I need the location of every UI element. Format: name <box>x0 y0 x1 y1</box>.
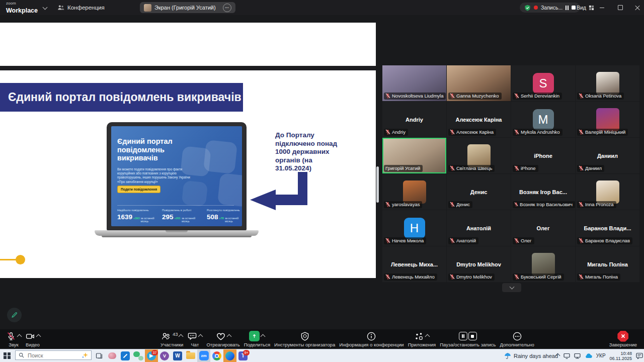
display-icon[interactable] <box>564 353 570 359</box>
language-indicator[interactable]: УКР <box>596 353 606 358</box>
toolbar-share[interactable]: Поделиться <box>242 331 272 347</box>
gallery-more-button[interactable] <box>502 283 521 292</box>
participant-tile[interactable]: Алексеюк КарінаАлексеюк Каріна <box>447 102 511 137</box>
participant-tile[interactable]: Возняк Ігор Вас...Возняк Ігор Васильович <box>511 174 575 210</box>
close-button[interactable] <box>629 0 644 15</box>
toolbar-leave[interactable]: Завершение <box>607 331 639 347</box>
pause-recording-icon[interactable] <box>566 6 569 10</box>
toolbar-more[interactable]: Дополнительно <box>498 331 536 347</box>
taskbar-snipping[interactable] <box>119 349 132 362</box>
participant-tile[interactable]: Dmytro MelikhovDmytro Melikhov <box>447 246 511 282</box>
participant-tile[interactable]: SSerhii Dereviankin <box>511 65 575 101</box>
participant-label: iPhone <box>513 165 538 172</box>
chevron-up-icon[interactable] <box>198 334 203 339</box>
toolbar-chat[interactable]: Чат <box>185 331 204 347</box>
participant-tile[interactable]: ДаниилДаниил <box>576 138 639 173</box>
chevron-up-icon[interactable] <box>179 334 184 339</box>
taskbar-weather[interactable]: Rainy days ahead <box>504 349 558 362</box>
start-button[interactable] <box>0 349 14 362</box>
notification-center-icon[interactable] <box>636 352 643 359</box>
network-icon[interactable] <box>574 353 581 359</box>
toolbar-host-tools[interactable]: Инструменты организатора <box>272 331 337 347</box>
chevron-up-icon[interactable] <box>261 334 266 339</box>
toolbar-record[interactable]: Пауза/остановить запись <box>438 331 498 347</box>
taskbar-wechat[interactable] <box>132 349 145 362</box>
participant-tile[interactable]: AndriyAndriy <box>382 102 446 137</box>
taskbar-telegram[interactable]: 37 <box>145 349 158 362</box>
participant-tile[interactable]: ДенисДенис <box>447 174 511 210</box>
participant-tile[interactable]: Левенець Миха...Левенець Михайло <box>382 246 446 282</box>
portal-stats: Надійшло повідомлень 1639 +393 за останн… <box>117 209 242 223</box>
stop-record-icon[interactable] <box>468 332 477 340</box>
taskbar-search[interactable] <box>15 350 92 360</box>
participant-tile[interactable]: ОлегОлег <box>511 210 575 246</box>
tab-options-icon[interactable]: ••• <box>223 4 231 12</box>
taskbar-app-brain[interactable] <box>106 349 119 362</box>
taskbar-viber[interactable]: V <box>158 349 171 362</box>
date-label: 06.11.2025 <box>610 356 632 361</box>
participant-tile[interactable]: Inna Pronoza <box>576 174 639 210</box>
participant-tile[interactable]: Баранов Влади...Баранов Владислав <box>576 210 639 246</box>
participant-tile[interactable]: АнатолійАнатолій <box>447 210 511 246</box>
apps-icon <box>414 331 424 341</box>
panel-resize-handle[interactable] <box>376 166 379 203</box>
taskbar-teams[interactable]: T9+ <box>236 349 250 362</box>
pause-record-icon[interactable] <box>459 332 467 340</box>
taskbar-task-view[interactable] <box>93 349 106 362</box>
avatar-letter: M <box>533 109 554 130</box>
participant-tile[interactable]: ННачев Микола <box>382 210 446 246</box>
maximize-button[interactable] <box>612 0 629 15</box>
tab-meeting[interactable]: Конференция <box>57 0 105 15</box>
participant-tile[interactable]: Novoskoltseva Liudmyla <box>382 65 446 101</box>
muted-mic-icon <box>514 165 519 171</box>
participant-label: yaroslavayas <box>384 201 422 208</box>
toolbar-label: Видео <box>26 342 40 347</box>
onedrive-cloud-icon[interactable] <box>585 353 592 358</box>
participant-tile[interactable]: yaroslavayas <box>382 174 446 210</box>
taskbar-zoom[interactable]: zm <box>197 349 210 362</box>
participant-tile[interactable]: Oksana Petinova <box>576 65 639 101</box>
toolbar-audio[interactable]: Звук <box>4 331 23 347</box>
chevron-up-icon[interactable] <box>36 334 41 339</box>
taskbar-edge[interactable] <box>223 349 236 362</box>
toolbar-label: Поделиться <box>244 342 270 347</box>
participant-tile[interactable]: Мигаль ПолінаМигаль Поліна <box>576 246 639 282</box>
weather-label: Rainy days ahead <box>514 353 558 359</box>
tab-screen-share[interactable]: Экран (Григорій Усатий) ••• <box>140 2 235 13</box>
search-icon <box>19 352 24 358</box>
toolbar-video[interactable]: Видео <box>23 331 42 347</box>
participant-tile[interactable]: MMykola Andrushko <box>511 102 575 137</box>
view-label: Вид <box>577 5 586 11</box>
minimize-button[interactable] <box>593 0 610 15</box>
participant-tile[interactable]: Валерій Мініцький <box>576 102 639 137</box>
toolbar-participants[interactable]: 43Участники <box>158 331 185 347</box>
search-input[interactable] <box>27 352 79 359</box>
participant-tile[interactable]: iPhoneiPhone <box>511 138 575 173</box>
portal-description: Ви можете подати повідомлення про факти … <box>117 167 194 184</box>
word-icon: W <box>173 351 182 360</box>
participant-label: Dmytro Melikhov <box>448 274 495 281</box>
taskbar-clock[interactable]: 10:48 06.11.2025 <box>610 351 632 361</box>
participant-tile[interactable]: Григорій Усатий <box>382 138 446 173</box>
annotate-button[interactable] <box>7 308 22 322</box>
toolbar-apps[interactable]: Приложения <box>406 331 438 347</box>
chevron-down-icon[interactable] <box>43 5 48 10</box>
participant-tile[interactable]: Буковський Сергій <box>511 246 575 282</box>
taskbar-explorer[interactable] <box>184 349 197 362</box>
chevron-up-icon[interactable] <box>226 334 231 339</box>
tab-meeting-label: Конференция <box>67 5 105 11</box>
muted-mic-icon <box>450 274 455 280</box>
toolbar-meeting-info[interactable]: Информация о конференции <box>337 331 406 347</box>
stop-recording-icon[interactable] <box>572 6 576 10</box>
participant-tile[interactable]: Ganna Muzychenko <box>447 65 511 101</box>
taskbar-word[interactable]: W <box>171 349 184 362</box>
participant-label: Світлана Швець <box>448 165 495 172</box>
taskbar-chrome[interactable] <box>210 349 223 362</box>
tray-expand-icon[interactable] <box>555 353 560 358</box>
view-button[interactable]: Вид <box>577 0 594 15</box>
toolbar-react[interactable]: Отреагировать <box>204 331 242 347</box>
slide-callout-text: До Порталу підключено понад 1000 державн… <box>275 131 353 173</box>
chevron-up-icon[interactable] <box>17 334 22 339</box>
chevron-up-icon[interactable] <box>425 334 430 339</box>
participant-tile[interactable]: Світлана Швець <box>447 138 511 173</box>
